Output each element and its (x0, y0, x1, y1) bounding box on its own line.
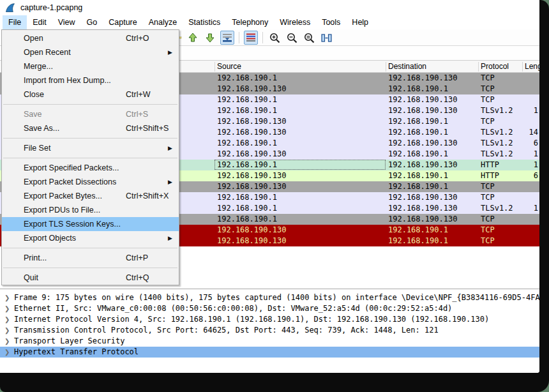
source-cell: 192.168.190.1 (217, 73, 277, 84)
destination-cell: 192.168.190.130 (388, 160, 457, 170)
menubar-item-tools[interactable]: Tools (316, 15, 346, 29)
menu-item-export-packet-dissections[interactable]: Export Packet Dissections▶ (2, 175, 179, 189)
detail-tree-row[interactable]: ❯Hypertext Transfer Protocol (0, 347, 539, 358)
menu-item-label: Close (24, 90, 44, 99)
source-cell: 192.168.190.1 (217, 94, 277, 105)
menubar-item-go[interactable]: Go (81, 15, 103, 29)
destination-cell: 192.168.190.130 (388, 214, 457, 225)
detail-row-label: Frame 9: 175 bytes on wire (1400 bits), … (14, 293, 539, 302)
menu-item-label: Export Packet Dissections (24, 177, 116, 186)
menu-item-merge[interactable]: Merge... (2, 59, 179, 73)
toolbar-icons (179, 30, 333, 45)
destination-cell: 192.168.190.1 (388, 84, 448, 94)
column-header-protocol[interactable]: Protocol (481, 61, 509, 73)
destination-cell: 192.168.190.1 (388, 127, 448, 138)
protocol-cell: TCP (481, 84, 495, 94)
menu-item-save[interactable]: SaveCtrl+S (2, 107, 179, 121)
menu-separator (2, 102, 179, 107)
length-cell: 1 (492, 149, 538, 160)
menu-item-shortcut: Ctrl+Shift+S (126, 121, 169, 135)
column-header-source[interactable]: Source (217, 61, 241, 73)
wireshark-fin-icon (5, 3, 16, 13)
detail-row-label: Internet Protocol Version 4, Src: 192.16… (14, 315, 489, 324)
column-header-destination[interactable]: Destination (388, 61, 426, 73)
expand-chevron-icon[interactable]: ❯ (4, 336, 10, 347)
protocol-cell: TCP (481, 73, 495, 84)
menu-separator (2, 265, 179, 271)
menu-separator (2, 245, 179, 251)
zoom-in-icon[interactable] (267, 31, 282, 45)
zoom-out-icon[interactable] (285, 31, 299, 45)
expand-chevron-icon[interactable]: ❯ (4, 325, 10, 336)
menubar-item-analyze[interactable]: Analyze (143, 15, 183, 29)
toolbar-separator (239, 32, 239, 43)
resize-columns-icon[interactable] (319, 31, 333, 45)
source-cell: 192.168.190.1 (217, 192, 277, 203)
column-header-length[interactable]: Length (525, 61, 539, 73)
column-divider[interactable] (386, 62, 386, 72)
destination-cell: 192.168.190.1 (388, 181, 448, 192)
detail-tree-row[interactable]: ❯Ethernet II, Src: VMware_c0:00:08 (00:5… (0, 303, 539, 314)
menu-item-open-recent[interactable]: Open Recent▶ (2, 45, 179, 59)
protocol-cell: TCP (481, 225, 495, 236)
menu-item-label: Open (24, 34, 43, 43)
go-first-packet-icon[interactable] (186, 31, 200, 45)
go-last-packet-icon[interactable] (203, 31, 217, 45)
normal-size-icon[interactable] (302, 31, 316, 45)
menu-item-close[interactable]: CloseCtrl+W (2, 87, 179, 102)
menu-item-import-from-hex-dump[interactable]: Import from Hex Dump... (2, 73, 179, 87)
column-divider[interactable] (522, 62, 523, 72)
destination-cell: 192.168.190.1 (388, 149, 448, 160)
menubar-item-telephony[interactable]: Telephony (226, 15, 274, 29)
menu-bar: FileEditViewGoCaptureAnalyzeStatisticsTe… (0, 15, 374, 29)
detail-row-label: Hypertext Transfer Protocol (14, 347, 139, 356)
destination-cell: 192.168.190.130 (388, 192, 457, 203)
source-cell: 192.168.190.130 (217, 236, 286, 246)
column-divider[interactable] (214, 62, 215, 72)
expand-chevron-icon[interactable]: ❯ (4, 347, 10, 358)
menubar-item-statistics[interactable]: Statistics (183, 15, 226, 29)
detail-tree-row[interactable]: ❯Frame 9: 175 bytes on wire (1400 bits),… (0, 292, 539, 303)
destination-cell: 192.168.190.1 (388, 225, 448, 236)
expand-chevron-icon[interactable]: ❯ (4, 303, 10, 314)
expand-chevron-icon[interactable]: ❯ (4, 314, 10, 325)
menubar-item-capture[interactable]: Capture (103, 15, 142, 29)
menu-item-save-as[interactable]: Save As...Ctrl+Shift+S (2, 121, 179, 135)
menu-item-export-specified-packets[interactable]: Export Specified Packets... (2, 161, 179, 175)
menubar-item-view[interactable]: View (52, 15, 81, 29)
menu-item-shortcut: Ctrl+Shift+X (126, 189, 169, 203)
menubar-item-help[interactable]: Help (346, 15, 374, 29)
menu-item-export-tls-session-keys[interactable]: Export TLS Session Keys... (2, 217, 179, 231)
destination-cell: 192.168.190.1 (388, 170, 448, 181)
menu-item-label: Merge... (24, 62, 53, 71)
auto-scroll-icon[interactable] (220, 31, 234, 45)
menubar-item-edit[interactable]: Edit (27, 15, 52, 29)
source-cell: 192.168.190.1 (217, 138, 277, 149)
menu-item-quit[interactable]: QuitCtrl+Q (2, 271, 179, 285)
destination-cell: 192.168.190.1 (388, 116, 448, 127)
detail-tree-row[interactable]: ❯Transmission Control Protocol, Src Port… (0, 325, 539, 336)
menu-item-file-set[interactable]: File Set▶ (2, 141, 179, 155)
protocol-cell: TCP (481, 236, 495, 246)
protocol-cell: TCP (481, 94, 495, 105)
protocol-cell: TCP (481, 181, 495, 192)
detail-tree-row[interactable]: ❯Internet Protocol Version 4, Src: 192.1… (0, 314, 539, 325)
protocol-cell: TCP (481, 116, 495, 127)
protocol-cell: TCP (481, 192, 495, 203)
menu-item-print[interactable]: Print...Ctrl+P (2, 251, 179, 265)
menu-item-export-pdus-to-file[interactable]: Export PDUs to File... (2, 203, 179, 217)
menu-item-open[interactable]: OpenCtrl+O (2, 31, 179, 45)
source-cell: 192.168.190.130 (217, 127, 286, 138)
expand-chevron-icon[interactable]: ❯ (4, 292, 10, 303)
menubar-item-wireless[interactable]: Wireless (274, 15, 316, 29)
detail-row-label: Transmission Control Protocol, Src Port:… (14, 326, 439, 335)
length-cell: 14 (492, 127, 538, 138)
detail-tree-row[interactable]: ❯Transport Layer Security (0, 336, 539, 347)
colorize-icon[interactable] (244, 31, 258, 45)
menu-item-export-objects[interactable]: Export Objects▶ (2, 231, 179, 245)
detail-row-label: Ethernet II, Src: VMware_c0:00:08 (00:50… (14, 304, 452, 313)
menu-item-export-packet-bytes[interactable]: Export Packet Bytes...Ctrl+Shift+X (2, 189, 179, 203)
packet-detail-pane: ❯Frame 9: 175 bytes on wire (1400 bits),… (0, 289, 539, 373)
menubar-item-file[interactable]: File (3, 15, 27, 29)
column-divider[interactable] (478, 62, 479, 72)
